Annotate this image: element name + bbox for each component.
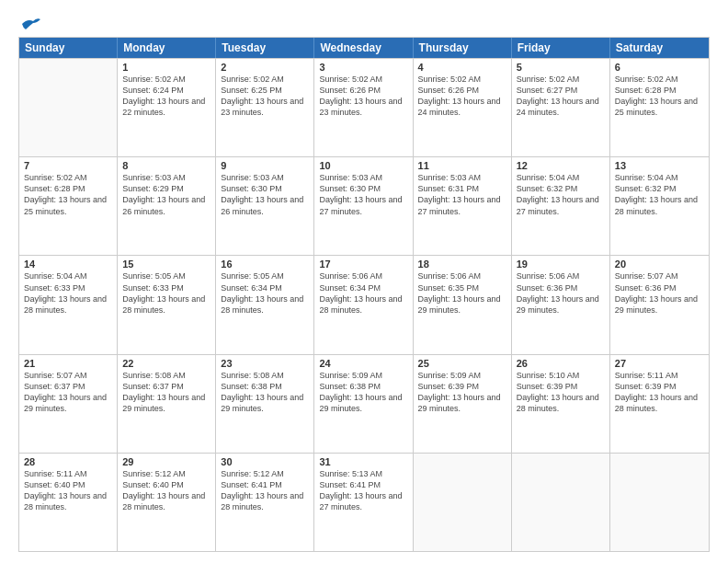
logo bbox=[18, 17, 40, 31]
day-number: 25 bbox=[418, 358, 506, 369]
day-info: Sunrise: 5:02 AM Sunset: 6:26 PM Dayligh… bbox=[418, 74, 506, 119]
day-info: Sunrise: 5:02 AM Sunset: 6:24 PM Dayligh… bbox=[122, 74, 210, 119]
day-number: 20 bbox=[615, 259, 704, 270]
calendar-row: 1Sunrise: 5:02 AM Sunset: 6:24 PM Daylig… bbox=[19, 58, 709, 156]
day-info: Sunrise: 5:02 AM Sunset: 6:28 PM Dayligh… bbox=[615, 74, 704, 119]
day-number: 30 bbox=[221, 456, 309, 467]
day-info: Sunrise: 5:05 AM Sunset: 6:34 PM Dayligh… bbox=[221, 270, 309, 316]
calendar-cell: 12Sunrise: 5:04 AM Sunset: 6:32 PM Dayli… bbox=[512, 157, 610, 255]
calendar-cell: 28Sunrise: 5:11 AM Sunset: 6:40 PM Dayli… bbox=[19, 454, 118, 551]
day-number: 21 bbox=[24, 358, 112, 369]
calendar-cell: 27Sunrise: 5:11 AM Sunset: 6:39 PM Dayli… bbox=[610, 355, 709, 453]
header bbox=[18, 17, 710, 31]
day-number: 8 bbox=[122, 160, 210, 171]
day-info: Sunrise: 5:06 AM Sunset: 6:34 PM Dayligh… bbox=[319, 270, 407, 316]
day-number: 12 bbox=[517, 160, 605, 171]
day-number: 7 bbox=[24, 160, 112, 171]
cal-header-day: Saturday bbox=[610, 38, 709, 58]
calendar-cell bbox=[610, 454, 709, 551]
day-info: Sunrise: 5:03 AM Sunset: 6:30 PM Dayligh… bbox=[319, 172, 407, 217]
day-number: 1 bbox=[122, 62, 210, 73]
day-info: Sunrise: 5:09 AM Sunset: 6:38 PM Dayligh… bbox=[319, 370, 407, 415]
calendar-cell: 16Sunrise: 5:05 AM Sunset: 6:34 PM Dayli… bbox=[216, 256, 314, 353]
day-number: 11 bbox=[418, 160, 506, 171]
calendar-cell: 15Sunrise: 5:05 AM Sunset: 6:33 PM Dayli… bbox=[118, 256, 216, 353]
day-info: Sunrise: 5:02 AM Sunset: 6:27 PM Dayligh… bbox=[517, 74, 605, 119]
calendar-cell: 19Sunrise: 5:06 AM Sunset: 6:36 PM Dayli… bbox=[512, 256, 610, 353]
calendar-cell: 13Sunrise: 5:04 AM Sunset: 6:32 PM Dayli… bbox=[610, 157, 709, 255]
calendar-cell: 1Sunrise: 5:02 AM Sunset: 6:24 PM Daylig… bbox=[118, 59, 216, 156]
calendar-cell: 22Sunrise: 5:08 AM Sunset: 6:37 PM Dayli… bbox=[118, 355, 216, 453]
calendar-cell: 11Sunrise: 5:03 AM Sunset: 6:31 PM Dayli… bbox=[414, 157, 512, 255]
cal-header-day: Sunday bbox=[19, 38, 118, 58]
calendar-cell: 3Sunrise: 5:02 AM Sunset: 6:26 PM Daylig… bbox=[314, 59, 413, 156]
day-info: Sunrise: 5:08 AM Sunset: 6:38 PM Dayligh… bbox=[221, 370, 309, 415]
day-info: Sunrise: 5:04 AM Sunset: 6:33 PM Dayligh… bbox=[24, 270, 112, 316]
day-number: 28 bbox=[24, 456, 112, 467]
day-info: Sunrise: 5:11 AM Sunset: 6:40 PM Dayligh… bbox=[24, 468, 112, 513]
day-info: Sunrise: 5:12 AM Sunset: 6:40 PM Dayligh… bbox=[122, 468, 210, 513]
calendar-cell: 21Sunrise: 5:07 AM Sunset: 6:37 PM Dayli… bbox=[19, 355, 118, 453]
day-info: Sunrise: 5:05 AM Sunset: 6:33 PM Dayligh… bbox=[122, 270, 210, 316]
day-info: Sunrise: 5:09 AM Sunset: 6:39 PM Dayligh… bbox=[418, 370, 506, 415]
calendar-cell: 4Sunrise: 5:02 AM Sunset: 6:26 PM Daylig… bbox=[414, 59, 512, 156]
calendar-cell: 5Sunrise: 5:02 AM Sunset: 6:27 PM Daylig… bbox=[512, 59, 610, 156]
calendar-cell: 17Sunrise: 5:06 AM Sunset: 6:34 PM Dayli… bbox=[314, 256, 413, 353]
day-number: 4 bbox=[418, 62, 506, 73]
calendar-cell: 9Sunrise: 5:03 AM Sunset: 6:30 PM Daylig… bbox=[216, 157, 314, 255]
day-info: Sunrise: 5:02 AM Sunset: 6:25 PM Dayligh… bbox=[221, 74, 309, 119]
calendar-cell: 7Sunrise: 5:02 AM Sunset: 6:28 PM Daylig… bbox=[19, 157, 118, 255]
day-number: 9 bbox=[221, 160, 309, 171]
day-info: Sunrise: 5:10 AM Sunset: 6:39 PM Dayligh… bbox=[517, 370, 605, 415]
day-number: 14 bbox=[24, 259, 112, 270]
day-number: 16 bbox=[221, 259, 309, 270]
calendar-cell: 25Sunrise: 5:09 AM Sunset: 6:39 PM Dayli… bbox=[414, 355, 512, 453]
calendar-cell: 26Sunrise: 5:10 AM Sunset: 6:39 PM Dayli… bbox=[512, 355, 610, 453]
day-info: Sunrise: 5:07 AM Sunset: 6:36 PM Dayligh… bbox=[615, 270, 704, 316]
calendar-cell: 30Sunrise: 5:12 AM Sunset: 6:41 PM Dayli… bbox=[216, 454, 314, 551]
calendar-cell: 10Sunrise: 5:03 AM Sunset: 6:30 PM Dayli… bbox=[314, 157, 413, 255]
day-number: 10 bbox=[319, 160, 407, 171]
day-info: Sunrise: 5:03 AM Sunset: 6:30 PM Dayligh… bbox=[221, 172, 309, 217]
day-number: 23 bbox=[221, 358, 309, 369]
calendar-cell: 24Sunrise: 5:09 AM Sunset: 6:38 PM Dayli… bbox=[314, 355, 413, 453]
day-info: Sunrise: 5:04 AM Sunset: 6:32 PM Dayligh… bbox=[517, 172, 605, 217]
day-info: Sunrise: 5:08 AM Sunset: 6:37 PM Dayligh… bbox=[122, 370, 210, 415]
calendar-cell bbox=[512, 454, 610, 551]
calendar-row: 14Sunrise: 5:04 AM Sunset: 6:33 PM Dayli… bbox=[19, 255, 709, 353]
calendar-cell: 18Sunrise: 5:06 AM Sunset: 6:35 PM Dayli… bbox=[414, 256, 512, 353]
calendar-cell: 2Sunrise: 5:02 AM Sunset: 6:25 PM Daylig… bbox=[216, 59, 314, 156]
calendar-cell: 29Sunrise: 5:12 AM Sunset: 6:40 PM Dayli… bbox=[118, 454, 216, 551]
day-info: Sunrise: 5:07 AM Sunset: 6:37 PM Dayligh… bbox=[24, 370, 112, 415]
logo-text bbox=[18, 17, 40, 31]
calendar-cell: 14Sunrise: 5:04 AM Sunset: 6:33 PM Dayli… bbox=[19, 256, 118, 353]
cal-header-day: Tuesday bbox=[216, 38, 314, 58]
calendar-cell bbox=[414, 454, 512, 551]
day-info: Sunrise: 5:13 AM Sunset: 6:41 PM Dayligh… bbox=[319, 468, 407, 513]
calendar-header-row: SundayMondayTuesdayWednesdayThursdayFrid… bbox=[19, 38, 709, 58]
cal-header-day: Thursday bbox=[414, 38, 512, 58]
day-number: 24 bbox=[319, 358, 407, 369]
day-number: 5 bbox=[517, 62, 605, 73]
day-number: 29 bbox=[122, 456, 210, 467]
cal-header-day: Monday bbox=[118, 38, 216, 58]
day-number: 17 bbox=[319, 259, 407, 270]
page: SundayMondayTuesdayWednesdayThursdayFrid… bbox=[0, 0, 728, 563]
day-number: 19 bbox=[517, 259, 605, 270]
day-info: Sunrise: 5:03 AM Sunset: 6:29 PM Dayligh… bbox=[122, 172, 210, 217]
day-info: Sunrise: 5:06 AM Sunset: 6:35 PM Dayligh… bbox=[418, 270, 506, 316]
calendar-row: 21Sunrise: 5:07 AM Sunset: 6:37 PM Dayli… bbox=[19, 354, 709, 453]
calendar-cell: 31Sunrise: 5:13 AM Sunset: 6:41 PM Dayli… bbox=[314, 454, 413, 551]
day-number: 3 bbox=[319, 62, 407, 73]
day-info: Sunrise: 5:02 AM Sunset: 6:28 PM Dayligh… bbox=[24, 172, 112, 217]
calendar-cell: 8Sunrise: 5:03 AM Sunset: 6:29 PM Daylig… bbox=[118, 157, 216, 255]
day-number: 18 bbox=[418, 259, 506, 270]
day-info: Sunrise: 5:11 AM Sunset: 6:39 PM Dayligh… bbox=[615, 370, 704, 415]
day-number: 6 bbox=[615, 62, 704, 73]
day-number: 2 bbox=[221, 62, 309, 73]
day-info: Sunrise: 5:04 AM Sunset: 6:32 PM Dayligh… bbox=[615, 172, 704, 217]
day-info: Sunrise: 5:02 AM Sunset: 6:26 PM Dayligh… bbox=[319, 74, 407, 119]
cal-header-day: Friday bbox=[512, 38, 610, 58]
calendar-body: 1Sunrise: 5:02 AM Sunset: 6:24 PM Daylig… bbox=[19, 58, 709, 551]
calendar: SundayMondayTuesdayWednesdayThursdayFrid… bbox=[18, 37, 710, 552]
